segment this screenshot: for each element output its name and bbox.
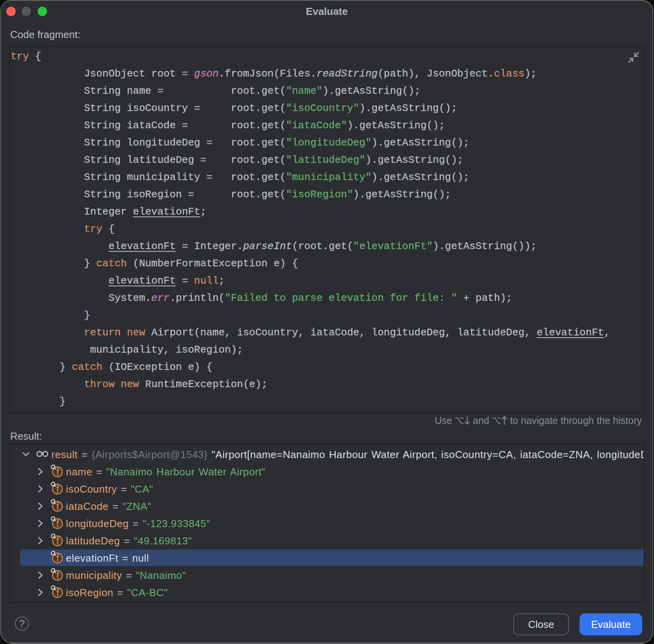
svg-text:f: f	[56, 535, 59, 546]
svg-text:f: f	[56, 501, 59, 512]
svg-text:f: f	[56, 466, 59, 477]
svg-text:f: f	[56, 518, 59, 529]
svg-text:f: f	[56, 587, 59, 598]
svg-text:f: f	[56, 553, 59, 564]
svg-text:f: f	[56, 484, 59, 495]
svg-text:f: f	[56, 570, 59, 581]
